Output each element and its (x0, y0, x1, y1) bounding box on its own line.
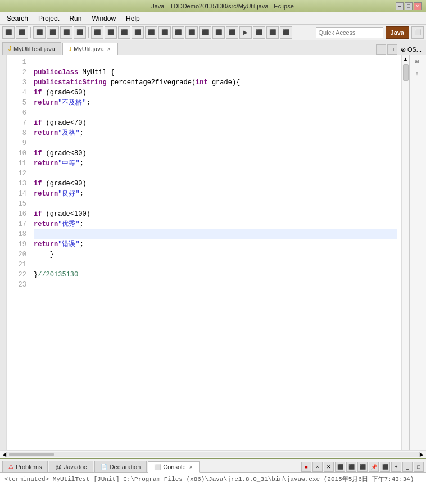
horizontal-scrollbar[interactable]: ◀ ▶ (0, 450, 426, 458)
full-editor: 1234567891011121314151617181920212223 pu… (7, 55, 409, 450)
tab-icon-2: J (69, 46, 71, 52)
quick-access-area: Java ⬜ (316, 26, 424, 39)
toolbar-btn-3[interactable]: ⬛ (33, 26, 46, 39)
menu-search[interactable]: Search (2, 13, 33, 24)
remove-all-btn[interactable]: ✕ (324, 462, 334, 472)
tab-javadoc-label: Javadoc (64, 464, 87, 470)
vertical-scrollbar[interactable]: ▲ (401, 55, 409, 450)
outline-btn-2[interactable]: ↕ (410, 67, 424, 80)
problems-icon: ⚠ (8, 464, 13, 470)
toolbar-btn-14[interactable]: ⬛ (185, 26, 198, 39)
open-console-btn[interactable]: ⬛ (357, 462, 368, 472)
console-text: <terminated> MyUtilTest [JUnit] C:\Progr… (4, 476, 414, 483)
code-line-3: public static String percentage2fivegrad… (34, 78, 397, 88)
maximize-console-btn[interactable]: □ (414, 462, 424, 472)
tab-label-2: MyUtil.java (74, 46, 104, 52)
toolbar-btn-5[interactable]: ⬛ (60, 26, 72, 39)
code-line-16: if (grade<100) (34, 209, 397, 219)
code-line-15 (34, 199, 397, 209)
javadoc-icon: @ (55, 464, 61, 470)
minimize-button[interactable]: − (396, 2, 404, 10)
toolbar-btn-19[interactable]: ⬛ (253, 26, 265, 39)
stop-btn[interactable]: ■ (301, 462, 311, 472)
perspective-btn[interactable]: ⬜ (411, 26, 424, 39)
declaration-icon: 📄 (101, 464, 107, 470)
toolbar-btn-6[interactable]: ⬛ (74, 26, 86, 39)
toolbar-btn-16[interactable]: ⬛ (212, 26, 225, 39)
toolbar-btn-17[interactable]: ⬛ (226, 26, 238, 39)
toolbar-btn-8[interactable]: ⬛ (105, 26, 117, 39)
java-perspective-badge[interactable]: Java (386, 26, 409, 39)
tab-console[interactable]: ⬜ Console × (148, 461, 200, 473)
bottom-tabs: ⚠ Problems @ Javadoc 📄 Declaration ⬜ Con… (0, 459, 426, 473)
toolbar-btn-13[interactable]: ⬛ (172, 26, 184, 39)
toolbar-btn-2[interactable]: ⬛ (16, 26, 28, 39)
menu-bar: Search Project Run Window Help (0, 12, 426, 25)
tab-declaration-label: Declaration (110, 464, 141, 470)
new-button[interactable]: ⬛ (2, 26, 15, 39)
scroll-up-btn[interactable]: ▲ (402, 55, 409, 63)
minimize-console-btn[interactable]: _ (402, 462, 413, 472)
tab-declaration[interactable]: 📄 Declaration (94, 461, 147, 472)
line-numbers: 1234567891011121314151617181920212223 (7, 55, 29, 450)
editor-tabs: J MyUtilTest.java J MyUtil.java × _ □ ⊗ … (0, 40, 426, 55)
tab-myutiltest[interactable]: J MyUtilTest.java (2, 42, 61, 55)
word-wrap-btn[interactable]: ⬛ (346, 462, 356, 472)
title-bar: Java - TDDDemo20135130/src/MyUtil.java -… (0, 0, 426, 12)
close-button[interactable]: × (414, 2, 422, 10)
toolbar-btn-18[interactable]: ▶ (239, 26, 252, 39)
code-line-5: return "不及格"; (34, 98, 397, 108)
toolbar-btn-4[interactable]: ⬛ (47, 26, 59, 39)
tab-console-label: Console (163, 464, 185, 470)
menu-help[interactable]: Help (121, 13, 144, 24)
toolbar-btn-9[interactable]: ⬛ (118, 26, 130, 39)
menu-window[interactable]: Window (87, 13, 120, 24)
toolbar: ⬛ ⬛ ⬛ ⬛ ⬛ ⬛ ⬛ ⬛ ⬛ ⬛ ⬛ ⬛ ⬛ ⬛ ⬛ ⬛ ⬛ ▶ ⬛ ⬛ … (0, 25, 426, 40)
h-scroll-track[interactable] (6, 452, 420, 457)
outline-btn-1[interactable]: ⊞ (410, 55, 424, 67)
tab-problems[interactable]: ⚠ Problems (2, 461, 48, 472)
window-title: Java - TDDDemo20135130/src/MyUtil.java -… (49, 3, 396, 10)
menu-run[interactable]: Run (65, 13, 86, 24)
code-line-13: if (grade<90) (34, 179, 397, 189)
tab-icon-1: J (8, 46, 11, 52)
scroll-left-btn[interactable]: ◀ (2, 452, 6, 457)
code-line-23 (34, 280, 397, 290)
code-editor[interactable]: public class MyUtil { public static Stri… (29, 55, 401, 450)
code-line-2: public class MyUtil { (34, 67, 397, 78)
code-line-6 (34, 108, 397, 118)
code-line-7: if (grade<70) (34, 118, 397, 128)
tab-myutil[interactable]: J MyUtil.java × (62, 43, 118, 55)
tab-label-1: MyUtilTest.java (13, 46, 55, 52)
remove-btn[interactable]: × (312, 462, 323, 472)
menu-project[interactable]: Project (34, 13, 64, 24)
toolbar-btn-7[interactable]: ⬛ (91, 26, 103, 39)
tab-problems-label: Problems (16, 464, 42, 470)
code-line-19: return "错误"; (34, 239, 397, 249)
pin-btn[interactable]: 📌 (369, 462, 379, 472)
code-line-20: } (34, 249, 397, 260)
h-scroll-thumb[interactable] (9, 453, 54, 456)
minimize-editor-btn[interactable]: _ (376, 44, 386, 55)
code-line-21 (34, 260, 397, 270)
toolbar-btn-10[interactable]: ⬛ (132, 26, 144, 39)
console-options-btn[interactable]: ⬛ (380, 462, 390, 472)
new-console-btn[interactable]: + (391, 462, 401, 472)
console-tab-close[interactable]: × (188, 464, 194, 470)
code-line-1 (34, 57, 397, 67)
quick-access-input[interactable] (316, 27, 383, 38)
scroll-lock-btn[interactable]: ⬛ (335, 462, 345, 472)
toolbar-btn-20[interactable]: ⬛ (266, 26, 279, 39)
toolbar-btn-15[interactable]: ⬛ (199, 26, 211, 39)
toolbar-btn-12[interactable]: ⬛ (158, 26, 171, 39)
scroll-thumb[interactable] (403, 64, 409, 81)
toolbar-btn-21[interactable]: ⬛ (280, 26, 292, 39)
maximize-button[interactable]: □ (405, 2, 413, 10)
tab-close-button[interactable]: × (106, 46, 112, 52)
tab-javadoc[interactable]: @ Javadoc (49, 461, 93, 472)
maximize-editor-btn[interactable]: □ (387, 44, 397, 55)
scroll-right-btn[interactable]: ▶ (420, 452, 424, 457)
console-output: <terminated> MyUtilTest [JUnit] C:\Progr… (0, 473, 426, 504)
toolbar-btn-11[interactable]: ⬛ (145, 26, 157, 39)
separator-2 (88, 27, 89, 38)
